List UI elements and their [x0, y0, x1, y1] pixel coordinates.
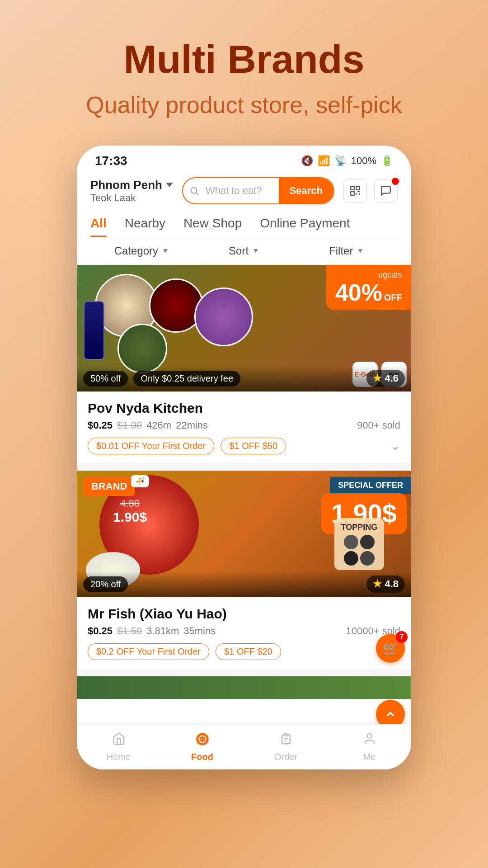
mute-icon: 🔇	[301, 155, 313, 167]
price-overlay: 4.80 1.90$	[113, 498, 147, 525]
me-icon	[363, 732, 376, 749]
restaurant-list: ugcats 40% OFF E-GetS POV 50% off Only $…	[77, 265, 411, 699]
svg-rect-4	[351, 192, 354, 195]
svg-rect-14	[284, 734, 288, 736]
discount-off: OFF	[384, 292, 402, 303]
category-filter[interactable]: Category ▼	[90, 245, 193, 257]
brand-tag: BRAND	[83, 477, 135, 496]
coupon-tag-1: $0.01 OFF Your First Order	[88, 438, 214, 454]
nav-order-label: Order	[274, 752, 297, 762]
expand-button[interactable]: ⌄	[390, 439, 400, 453]
restaurant-meta: $0.25 $1.00 426m 22mins 900+ sold	[88, 420, 400, 431]
app-header: Phnom Penh Teok Laak What to eat? Search	[77, 173, 411, 212]
restaurant-meta-fish: $0.25 $1.50 3.81km 35mins 10000+ sold	[88, 625, 400, 637]
filter-btn[interactable]: Filter ▼	[295, 245, 398, 257]
status-time: 17:33	[95, 154, 127, 168]
restaurant-card-pov-nyda[interactable]: ugcats 40% OFF E-GetS POV 50% off Only $…	[77, 265, 411, 463]
price-new: 1.90$	[113, 509, 147, 525]
tab-nearby[interactable]: Nearby	[125, 216, 165, 237]
header-icons	[343, 179, 398, 203]
price-current: $0.25	[88, 420, 113, 431]
sort-chevron-icon: ▼	[252, 247, 259, 255]
rating-badge: ★ 4.6	[366, 370, 405, 387]
store-logo: 🍜	[131, 475, 149, 487]
bottom-nav: Home Food Order	[77, 724, 411, 769]
cart-fab[interactable]: 🛒 7	[376, 634, 405, 663]
card-details-pov-nyda: Pov Nyda Kitchen $0.25 $1.00 426m 22mins…	[77, 392, 411, 463]
qr-scan-button[interactable]	[343, 179, 367, 203]
special-offer-badge: SPECIAL OFFER	[330, 477, 411, 494]
svg-point-0	[191, 188, 197, 193]
topping-box: TOPPING	[334, 518, 384, 570]
location-main[interactable]: Phnom Penh	[90, 178, 173, 192]
card-image-pov-nyda: ugcats 40% OFF E-GetS POV 50% off Only $…	[77, 265, 411, 392]
filter-tabs: All Nearby New Shop Online Payment	[77, 212, 411, 237]
nav-food-label: Food	[191, 752, 213, 762]
card-image-mr-fish: BRAND 🍜 SPECIAL OFFER 1.90$ 4.80 1.90$ T…	[77, 471, 411, 597]
meta-left: $0.25 $1.00 426m 22mins	[88, 420, 208, 431]
coupon-tag-2: $1 OFF $50	[221, 438, 286, 454]
coupon-tag-fish-2: $1 OFF $20	[216, 643, 281, 660]
search-button[interactable]: Search	[279, 178, 333, 203]
price-old: 4.80	[120, 498, 140, 509]
price-original: $1.00	[117, 420, 142, 431]
wifi-icon: 📶	[318, 155, 330, 167]
tab-online-payment[interactable]: Online Payment	[260, 216, 350, 237]
nav-me[interactable]: Me	[328, 725, 411, 769]
category-chevron-icon: ▼	[162, 247, 169, 255]
price-original-fish: $1.50	[117, 625, 142, 637]
card-badges: 50% off Only $0.25 delivery fee ★ 4.6	[77, 365, 411, 392]
svg-rect-3	[356, 186, 360, 190]
svg-line-1	[196, 193, 198, 195]
discount-badge-fish: 20% off	[83, 576, 128, 592]
topping-label: TOPPING	[339, 523, 380, 532]
coupon-tags-fish: $0.2 OFF Your First Order $1 OFF $20	[88, 643, 400, 660]
tab-new-shop[interactable]: New Shop	[183, 216, 242, 237]
status-icons: 🔇 📶 📡 100% 🔋	[301, 155, 393, 167]
location-selector[interactable]: Phnom Penh Teok Laak	[90, 178, 173, 204]
tab-all[interactable]: All	[90, 216, 107, 237]
discount-label: ugcats	[335, 270, 402, 280]
restaurant-name-fish: Mr Fish (Xiao Yu Hao)	[88, 606, 400, 622]
time: 22mins	[176, 420, 208, 431]
battery-indicator: 100%	[351, 155, 376, 167]
price-current-fish: $0.25	[88, 625, 113, 637]
food-icon	[196, 732, 209, 749]
coupon-tag-fish-1: $0.2 OFF Your First Order	[88, 643, 209, 660]
search-bar[interactable]: What to eat? Search	[182, 177, 334, 204]
restaurant-card-preview[interactable]	[77, 676, 411, 699]
nav-food[interactable]: Food	[160, 725, 244, 769]
rating-badge-fish: ★ 4.8	[366, 576, 405, 593]
nav-home[interactable]: Home	[77, 725, 160, 769]
sort-filter[interactable]: Sort ▼	[193, 245, 296, 257]
restaurant-card-mr-fish[interactable]: BRAND 🍜 SPECIAL OFFER 1.90$ 4.80 1.90$ T…	[77, 471, 411, 669]
coupon-tags: $0.01 OFF Your First Order $1 OFF $50 ⌄	[88, 438, 400, 454]
nav-me-label: Me	[363, 752, 376, 762]
nav-order[interactable]: Order	[244, 725, 328, 769]
signal-icon: 📡	[334, 155, 347, 167]
card-preview-image	[77, 676, 411, 699]
order-icon	[279, 732, 293, 749]
svg-rect-2	[351, 186, 354, 190]
status-bar: 17:33 🔇 📶 📡 100% 🔋	[77, 146, 411, 173]
page-subtitle: Quality product store, self-pick	[86, 91, 402, 118]
cart-count: 7	[396, 631, 408, 643]
search-placeholder: What to eat?	[206, 185, 279, 197]
delivery-badge: Only $0.25 delivery fee	[133, 371, 240, 387]
header-top: Phnom Penh Teok Laak What to eat? Search	[90, 177, 398, 204]
meta-left-fish: $0.25 $1.50 3.81km 35mins	[88, 625, 216, 637]
battery-icon: 🔋	[381, 155, 393, 167]
time-fish: 35mins	[183, 625, 216, 637]
distance-fish: 3.81km	[146, 625, 179, 637]
page-title: Multi Brands	[124, 36, 365, 82]
phone-mockup: 17:33 🔇 📶 📡 100% 🔋 Phnom Penh Teok Laak	[77, 146, 411, 769]
card-details-mr-fish: Mr Fish (Xiao Yu Hao) $0.25 $1.50 3.81km…	[77, 597, 411, 669]
chevron-down-icon	[166, 183, 173, 187]
sort-bar: Category ▼ Sort ▼ Filter ▼	[77, 237, 411, 265]
distance: 426m	[146, 420, 171, 431]
discount-badge-1: 50% off	[83, 371, 128, 387]
discount-badge: ugcats 40% OFF	[326, 265, 411, 310]
nav-home-label: Home	[107, 752, 131, 762]
topping-items	[339, 535, 380, 566]
message-button[interactable]	[374, 179, 398, 203]
